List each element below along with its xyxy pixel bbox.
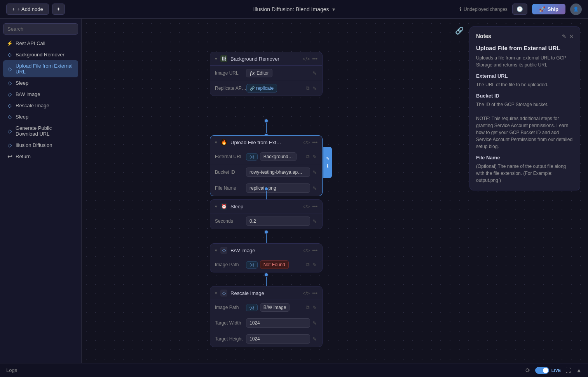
more-icon[interactable]: ••• (312, 290, 318, 296)
background-ref[interactable]: Background… (260, 152, 297, 161)
copy-icon[interactable]: ⧉ (305, 304, 310, 311)
collapse-bottom-icon[interactable]: ▲ (576, 367, 582, 374)
external-url-badge[interactable]: {x} (246, 153, 258, 161)
refresh-icon[interactable]: ⟳ (525, 367, 530, 374)
edit-icon[interactable]: ✎ (312, 319, 318, 327)
replicate-ref-badge[interactable]: 🔗 replicate (246, 84, 277, 93)
node-field-replicate: Replicate AP… 🔗 replicate ⧉ ✎ (210, 81, 322, 96)
topbar-title-area: Illusion Diffusion: Blend Images ▾ (253, 6, 335, 12)
code-icon[interactable]: </> (303, 56, 310, 62)
edit-icon[interactable]: ✎ (312, 185, 318, 192)
code-icon[interactable]: </> (303, 140, 310, 145)
node-header: ▾ ⏰ Sleep </> ••• (210, 200, 322, 213)
add-node-button[interactable]: + + Add node (6, 3, 49, 15)
notes-section-title-1: Bucket ID (476, 93, 574, 99)
node-header: ▾ 🔥 Upload File from Ext… </> ••• (210, 136, 322, 149)
notes-section-text-1: The ID of the GCP Storage bucket.NOTE: T… (476, 101, 574, 150)
main-layout: ⚡ Rest API Call ◇ Background Remover ◇ U… (0, 19, 588, 363)
edit-icon[interactable]: ✎ (312, 335, 318, 343)
connector-line (266, 234, 267, 244)
panel-icon-2: ℹ (327, 164, 328, 169)
node-field-target-width: Target Width 1024 ✎ (210, 315, 322, 331)
live-toggle[interactable]: LIVE (535, 367, 561, 374)
edit-icon[interactable]: ✎ (312, 218, 318, 225)
collapse-icon[interactable]: ▾ (215, 140, 217, 145)
sleep-node[interactable]: ▾ ⏰ Sleep </> ••• Seconds (210, 199, 323, 229)
undeployed-status: ℹ Undeployed changes (459, 6, 508, 12)
logs-label[interactable]: Logs (6, 367, 17, 373)
sidebar-item-rescale-image[interactable]: ◇ Rescale Image (3, 100, 78, 111)
wand-button[interactable]: ✦ (52, 3, 65, 15)
background-remover-node[interactable]: ▾ 🖼 Background Remover </> ••• Image URL (210, 52, 323, 96)
sidebar-item-label: Generate Public Download URL (16, 125, 74, 137)
bw-image-node[interactable]: ▾ ◇ B/W image </> ••• Image Path (210, 243, 323, 272)
search-input[interactable] (3, 23, 78, 35)
connector-dot (264, 272, 269, 277)
copy-icon[interactable]: ⧉ (305, 261, 310, 269)
more-icon[interactable]: ••• (312, 204, 318, 209)
fx-editor-badge[interactable]: ƒx Editor (246, 69, 272, 77)
notes-edit-icon[interactable]: ✎ (562, 33, 566, 39)
chevron-down-icon[interactable]: ▾ (332, 6, 335, 12)
sidebar-item-bw-image[interactable]: ◇ B/W image (3, 89, 78, 100)
more-icon[interactable]: ••• (312, 56, 318, 62)
edit-icon[interactable]: ✎ (312, 153, 318, 161)
notes-title: Notes (476, 33, 491, 39)
notes-header: Notes ✎ ✕ (476, 33, 574, 39)
sidebar-item-label: Illusion Diffusion (16, 142, 52, 148)
node-field-target-height: Target Height 1024 ✎ (210, 331, 322, 347)
notes-close-icon[interactable]: ✕ (569, 33, 574, 39)
collapse-icon[interactable]: ▾ (215, 204, 217, 209)
code-icon[interactable]: </> (303, 204, 310, 209)
edit-icon[interactable]: ✎ (312, 85, 318, 92)
ship-button[interactable]: 🚀 Ship (532, 4, 565, 14)
rescale-image-node[interactable]: ▾ ◇ Rescale Image </> ••• Image Path (210, 286, 323, 347)
field-label-text: Target Width (215, 320, 241, 326)
diamond-icon: ◇ (7, 80, 12, 86)
edit-icon[interactable]: ✎ (312, 304, 318, 311)
collapse-icon[interactable]: ▾ (215, 291, 217, 296)
sidebar-item-illusion-diffusion[interactable]: ◇ Illusion Diffusion (3, 140, 78, 151)
diamond-icon: ◇ (7, 114, 12, 120)
topbar-right: ℹ Undeployed changes 🕐 🚀 Ship 👤 (459, 3, 582, 15)
diamond-icon: ◇ (7, 52, 12, 58)
edit-icon[interactable]: ✎ (312, 261, 318, 269)
copy-icon[interactable]: ⧉ (305, 84, 310, 92)
node-header: ▾ ◇ Rescale Image </> ••• (210, 286, 322, 300)
sidebar-item-return[interactable]: ↩ Return (3, 151, 78, 162)
node-icon-upload: 🔥 (221, 140, 227, 145)
sidebar-item-sleep-2[interactable]: ◇ Sleep (3, 111, 78, 122)
x-ref-badge[interactable]: {x} (246, 261, 258, 269)
bw-ref-badge[interactable]: B/W image (260, 303, 290, 312)
ref-icon: 🔗 (250, 86, 255, 91)
toggle-track[interactable] (535, 367, 549, 374)
code-icon[interactable]: </> (303, 290, 310, 296)
edit-icon[interactable]: ✎ (312, 70, 318, 77)
not-found-text: Not Found (263, 262, 285, 267)
more-icon[interactable]: ••• (312, 248, 318, 253)
history-icon: 🕐 (516, 6, 523, 12)
avatar: 👤 (570, 3, 582, 15)
history-button[interactable]: 🕐 (512, 3, 527, 15)
notes-panel: Notes ✎ ✕ Upload File from External URL … (469, 26, 580, 190)
expand-icon[interactable]: ⛶ (565, 367, 571, 374)
sidebar-item-generate-url[interactable]: ◇ Generate Public Download URL (3, 122, 78, 140)
edit-icon[interactable]: ✎ (312, 169, 318, 176)
more-icon[interactable]: ••• (312, 140, 318, 145)
sidebar-item-upload-file[interactable]: ◇ Upload File from External URL (3, 60, 78, 77)
sidebar-item-bg-remover[interactable]: ◇ Background Remover (3, 49, 78, 60)
node-side-panel[interactable]: ✎ ℹ (323, 147, 332, 178)
collapse-icon[interactable]: ▾ (215, 56, 217, 61)
lightning-icon: ⚡ (7, 41, 12, 46)
field-label-text: Bucket ID (215, 169, 235, 175)
sidebar-item-sleep-1[interactable]: ◇ Sleep (3, 77, 78, 89)
x-ref-badge[interactable]: {x} (246, 304, 258, 311)
anchor-icon[interactable]: 🔗 (455, 26, 464, 35)
field-label-text: Image URL (215, 70, 239, 76)
diamond-icon: ◇ (7, 66, 12, 72)
collapse-icon[interactable]: ▾ (215, 248, 217, 253)
code-icon[interactable]: </> (303, 248, 310, 253)
copy-icon[interactable]: ⧉ (305, 153, 310, 161)
sidebar-item-rest-api[interactable]: ⚡ Rest API Call (3, 38, 78, 49)
notes-section-title-0: External URL (476, 73, 574, 79)
